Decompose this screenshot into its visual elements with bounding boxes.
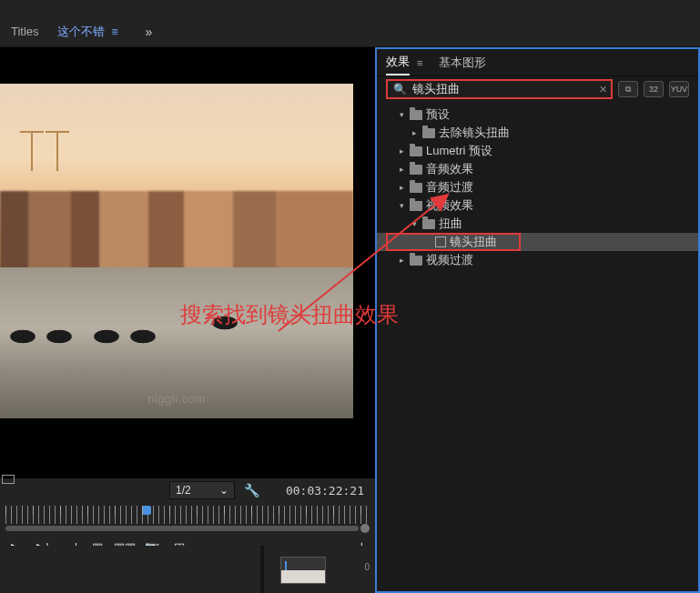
32bit-badge[interactable]: 32 <box>644 81 664 97</box>
tree-folder-audio-effects[interactable]: ▸ 音频效果 <box>377 160 698 178</box>
timeline-tracks[interactable]: 0 <box>264 546 375 593</box>
workspace-tabs: Titles 这个不错 ≡ » <box>0 16 700 47</box>
tab-essential-graphics[interactable]: 基本图形 <box>439 51 486 75</box>
time-ruler[interactable] <box>0 502 375 533</box>
program-monitor-panel: niggli.com 1/2 ⌄ 🔧 00:03:22:21 ▶ <box>0 47 375 593</box>
timeline-track-headers[interactable] <box>0 546 264 593</box>
clip-thumbnail[interactable] <box>280 557 326 584</box>
tree-folder-presets[interactable]: ▾ 预设 <box>377 106 698 124</box>
twirl-right-icon[interactable]: ▸ <box>397 165 406 174</box>
tree-folder-video-effects[interactable]: ▾ 视频效果 <box>377 196 698 215</box>
effects-panel-tabs: 效果 ≡ 基本图形 <box>377 49 698 76</box>
tree-label: 去除镜头扭曲 <box>439 125 510 141</box>
timecode: 00:03:22:21 <box>286 484 364 498</box>
twirl-right-icon[interactable]: ▸ <box>397 256 406 265</box>
folder-icon <box>410 110 422 120</box>
effects-tree: ▾ 预设 ▸ 去除镜头扭曲 ▸ Lumetri 预设 ▸ 音频效果 ▸ <box>377 102 698 591</box>
folder-icon <box>410 165 422 175</box>
timeline-zero-label: 0 <box>364 562 370 572</box>
watermark-text: niggli.com <box>147 392 206 406</box>
folder-icon <box>422 219 435 229</box>
tab-menu-icon[interactable]: ≡ <box>112 25 118 38</box>
playback-info-bar: 1/2 ⌄ 🔧 00:03:22:21 <box>0 478 375 502</box>
video-frame: niggli.com <box>0 84 353 418</box>
tree-folder-video-transitions[interactable]: ▸ 视频过渡 <box>377 251 698 269</box>
tree-label: 预设 <box>426 106 450 123</box>
search-text: 镜头扭曲 <box>412 81 460 97</box>
video-preview[interactable]: niggli.com <box>0 47 375 478</box>
folder-icon <box>410 201 422 211</box>
tree-folder-lumetri[interactable]: ▸ Lumetri 预设 <box>377 142 698 160</box>
accelerated-badge[interactable]: ⧉ <box>618 81 638 97</box>
tree-label: Lumetri 预设 <box>426 143 492 159</box>
clear-search-icon[interactable]: ✕ <box>599 84 607 95</box>
folder-icon <box>410 183 422 193</box>
effects-search-row: 🔍 镜头扭曲 ✕ ⧉ 32 YUV <box>377 76 698 102</box>
tab-label: 这个不错 <box>57 24 105 40</box>
tab-label: Titles <box>11 25 39 38</box>
effects-panel: 效果 ≡ 基本图形 🔍 镜头扭曲 ✕ ⧉ 32 YUV ▾ 预设 ▸ 去除镜 <box>375 47 700 593</box>
twirl-down-icon[interactable]: ▾ <box>410 219 419 228</box>
folder-icon <box>410 146 422 156</box>
tree-folder-remove-lens[interactable]: ▸ 去除镜头扭曲 <box>377 124 698 142</box>
playhead-marker[interactable] <box>142 506 151 515</box>
tab-effects[interactable]: 效果 <box>386 50 410 75</box>
twirl-down-icon[interactable]: ▾ <box>397 110 406 119</box>
tree-label: 音频效果 <box>426 161 473 177</box>
range-scrollbar[interactable] <box>5 526 359 531</box>
folder-icon <box>410 256 422 266</box>
tree-item-lens-distortion[interactable]: 镜头扭曲 <box>377 233 698 251</box>
folder-icon <box>422 128 435 138</box>
tree-label: 视频过渡 <box>426 252 473 268</box>
tree-label: 扭曲 <box>439 216 462 232</box>
effect-icon <box>435 236 446 247</box>
twirl-right-icon[interactable]: ▸ <box>397 146 406 156</box>
tree-label: 镜头扭曲 <box>450 234 497 250</box>
twirl-down-icon[interactable]: ▾ <box>397 201 406 210</box>
tree-label: 音频过渡 <box>426 179 473 196</box>
zoom-value: 1/2 <box>176 484 191 497</box>
settings-wrench-icon[interactable]: 🔧 <box>244 483 259 498</box>
tree-folder-audio-transitions[interactable]: ▸ 音频过渡 <box>377 178 698 196</box>
yuv-badge[interactable]: YUV <box>669 81 689 97</box>
tree-label: 视频效果 <box>426 197 473 214</box>
effects-search-input[interactable]: 🔍 镜头扭曲 ✕ <box>386 79 613 99</box>
zoom-select[interactable]: 1/2 ⌄ <box>169 481 235 499</box>
panel-menu-icon[interactable]: ≡ <box>417 57 422 68</box>
safe-margins-icon[interactable] <box>2 475 15 484</box>
tabs-overflow-icon[interactable]: » <box>127 25 153 39</box>
tree-folder-distort[interactable]: ▾ 扭曲 <box>377 215 698 233</box>
twirl-right-icon[interactable]: ▸ <box>410 128 419 137</box>
search-icon: 🔍 <box>393 83 407 95</box>
chevron-down-icon: ⌄ <box>219 484 228 497</box>
timeline-panel: 0 <box>0 546 375 593</box>
twirl-right-icon[interactable]: ▸ <box>397 183 406 192</box>
tab-active[interactable]: 这个不错 ≡ <box>48 16 127 46</box>
tab-titles[interactable]: Titles <box>2 16 48 46</box>
